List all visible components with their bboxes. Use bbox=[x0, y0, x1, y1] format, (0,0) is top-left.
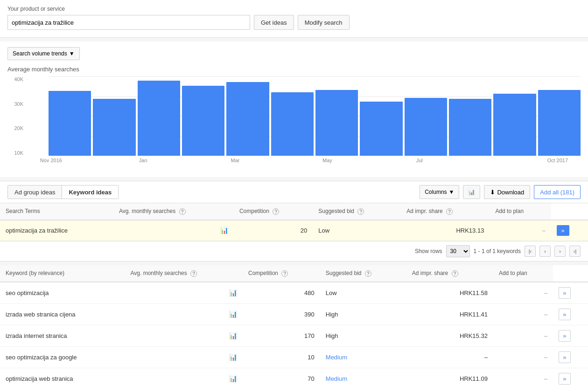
tab-ad-group[interactable]: Ad group ideas bbox=[7, 185, 62, 199]
kw-add-to-plan-button[interactable]: » bbox=[559, 287, 570, 299]
search-terms-header-row: Search Terms Avg. monthly searches ? Com… bbox=[0, 203, 588, 220]
kw-avg-monthly-cell: 390 bbox=[243, 303, 320, 325]
volume-trends-label: Search volume trends bbox=[13, 50, 67, 57]
tab-keyword-ideas[interactable]: Keyword ideas bbox=[62, 185, 119, 199]
modify-search-button[interactable]: Modify search bbox=[298, 15, 350, 30]
kw-ad-impr-cell: – bbox=[493, 368, 553, 385]
columns-button[interactable]: Columns ▼ bbox=[420, 185, 459, 199]
kw-avg-monthly-help-icon[interactable]: ? bbox=[190, 270, 197, 277]
download-button[interactable]: ⬇ Download bbox=[484, 185, 530, 199]
th-competition: Competition ? bbox=[234, 203, 313, 220]
x-label-jun bbox=[350, 158, 397, 163]
avg-monthly-help-icon[interactable]: ? bbox=[179, 208, 186, 215]
top-section: Your product or service Get ideas Modify… bbox=[0, 0, 588, 38]
bar bbox=[138, 81, 180, 156]
kw-suggested-bid-cell: – bbox=[406, 346, 493, 368]
keyword-header-row: Keyword (by relevance) Avg. monthly sear… bbox=[0, 265, 588, 282]
th-search-terms: Search Terms bbox=[0, 203, 113, 220]
x-label-apr bbox=[258, 158, 304, 163]
table-row: izrada web stranica cijena 📊 390 High HR… bbox=[0, 303, 588, 325]
x-label-aug bbox=[442, 158, 489, 163]
table-row: optimizacija web stranica 📊 70 Medium HR… bbox=[0, 368, 588, 385]
bar-group bbox=[538, 90, 581, 156]
chart-icon-cell: 📊 bbox=[113, 220, 234, 241]
x-label-mar: Mar bbox=[212, 158, 259, 163]
volume-trends-button[interactable]: Search volume trends ▼ bbox=[7, 47, 80, 60]
x-labels: Nov 2016 Jan Mar May Jul Oct 2017 bbox=[28, 156, 581, 163]
bar-group bbox=[226, 82, 269, 156]
kw-suggested-bid-help-icon[interactable]: ? bbox=[365, 270, 371, 277]
kw-add-to-plan-cell: » bbox=[553, 368, 588, 385]
th-avg-monthly: Avg. monthly searches ? bbox=[113, 203, 234, 220]
suggested-bid-cell: HRK13.13 bbox=[401, 220, 490, 241]
kw-add-to-plan-button[interactable]: » bbox=[559, 351, 570, 363]
x-label-oct: Oct 2017 bbox=[534, 158, 581, 163]
rows-per-page-select[interactable]: 30 50 100 bbox=[446, 245, 470, 257]
x-label-nov: Nov 2016 bbox=[28, 158, 74, 163]
last-page-button[interactable]: ›| bbox=[569, 246, 581, 257]
bar-group bbox=[49, 91, 91, 156]
kw-add-to-plan-button[interactable]: » bbox=[559, 373, 570, 385]
x-label-jan: Jan bbox=[120, 158, 166, 163]
prev-page-button[interactable]: ‹ bbox=[539, 246, 551, 257]
product-label: Your product or service bbox=[7, 6, 581, 12]
search-terms-table-section: Search Terms Avg. monthly searches ? Com… bbox=[0, 203, 588, 241]
kw-competition-help-icon[interactable]: ? bbox=[281, 270, 288, 277]
bar-group bbox=[93, 99, 135, 156]
kw-suggested-bid-cell: HRK11.09 bbox=[406, 368, 493, 385]
th-kw-suggested-bid: Suggested bid ? bbox=[320, 265, 406, 282]
y-label-20k: 20K bbox=[14, 125, 23, 131]
bar-group bbox=[405, 98, 447, 156]
kw-competition-cell: High bbox=[320, 303, 406, 325]
add-to-plan-button[interactable]: » bbox=[557, 225, 569, 236]
bar bbox=[93, 99, 135, 156]
mini-chart-icon: 📊 bbox=[229, 375, 237, 382]
kw-chart-icon-cell: 📊 bbox=[125, 368, 243, 385]
kw-add-to-plan-cell: » bbox=[553, 346, 588, 368]
pagination-row: Show rows 30 50 100 1 - 1 of 1 keywords … bbox=[0, 241, 588, 261]
search-row: Get ideas Modify search bbox=[7, 15, 581, 30]
kw-competition-cell: High bbox=[320, 325, 406, 346]
kw-add-to-plan-button[interactable]: » bbox=[559, 309, 570, 320]
competition-cell: Low bbox=[313, 220, 401, 241]
th-suggested-bid: Suggested bid ? bbox=[313, 203, 401, 220]
columns-dropdown-icon: ▼ bbox=[449, 189, 455, 195]
next-page-button[interactable]: › bbox=[554, 246, 566, 257]
bar bbox=[405, 98, 447, 156]
chart-section: Search volume trends ▼ Average monthly s… bbox=[0, 41, 588, 177]
toolbar-row: Ad group ideas Keyword ideas Columns ▼ 📊… bbox=[0, 181, 588, 203]
kw-ad-impr-help-icon[interactable]: ? bbox=[452, 270, 458, 277]
search-input[interactable] bbox=[7, 15, 250, 30]
suggested-bid-help-icon[interactable]: ? bbox=[357, 208, 364, 215]
th-kw-avg-monthly: Avg. monthly searches ? bbox=[125, 265, 243, 282]
term-cell: optimizacija za tražilice bbox=[0, 220, 113, 241]
kw-add-to-plan-cell: » bbox=[553, 325, 588, 346]
dropdown-icon: ▼ bbox=[69, 50, 75, 57]
first-page-button[interactable]: |‹ bbox=[525, 246, 536, 257]
mini-chart-icon: 📊 bbox=[229, 332, 237, 339]
y-label-10k: 10K bbox=[14, 150, 23, 156]
bar bbox=[271, 92, 314, 156]
bar bbox=[493, 94, 536, 156]
chart-icon-button[interactable]: 📊 bbox=[463, 185, 480, 199]
add-all-button[interactable]: Add all (181) bbox=[534, 185, 581, 199]
competition-help-icon[interactable]: ? bbox=[273, 208, 279, 215]
get-ideas-button[interactable]: Get ideas bbox=[254, 15, 294, 30]
bars-container bbox=[49, 76, 581, 156]
bar bbox=[226, 82, 269, 156]
chart-area: 40K 30K 20K 10K Nov 2016 Jan Mar May bbox=[7, 76, 581, 170]
bar bbox=[538, 90, 581, 156]
ad-impr-help-icon[interactable]: ? bbox=[446, 208, 453, 215]
kw-ad-impr-cell: – bbox=[493, 325, 553, 346]
kw-add-to-plan-button[interactable]: » bbox=[559, 330, 570, 342]
kw-avg-monthly-cell: 170 bbox=[243, 325, 320, 346]
bar bbox=[315, 90, 358, 156]
kw-competition-cell: Low bbox=[320, 282, 406, 304]
th-kw-ad-impr-share: Ad impr. share ? bbox=[406, 265, 493, 282]
kw-chart-icon-cell: 📊 bbox=[125, 303, 243, 325]
chart-icon: 📊 bbox=[468, 189, 475, 195]
th-add-to-plan: Add to plan bbox=[490, 203, 551, 220]
kw-avg-monthly-cell: 480 bbox=[243, 282, 320, 304]
download-label: Download bbox=[497, 189, 524, 196]
x-label-dec bbox=[74, 158, 120, 163]
